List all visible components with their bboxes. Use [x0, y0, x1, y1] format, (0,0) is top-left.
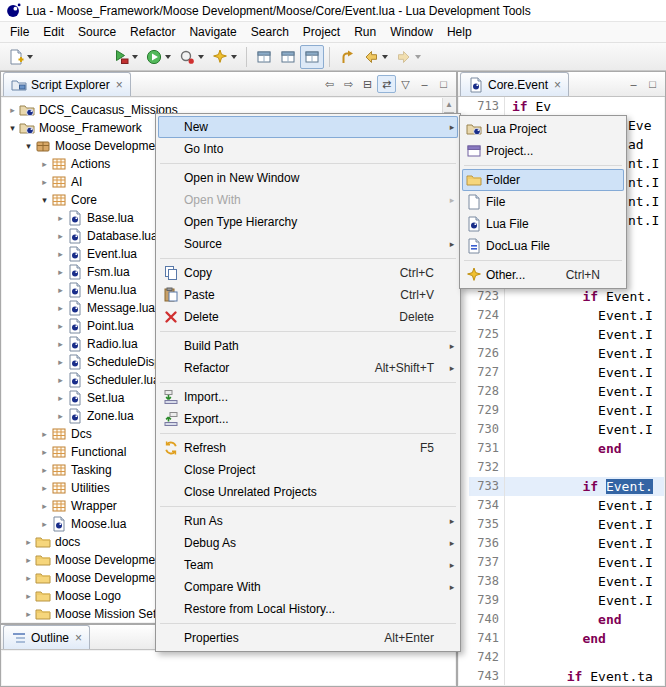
- menu-item-file[interactable]: File: [462, 191, 624, 213]
- menu-item-copy[interactable]: CopyCtrl+C: [158, 262, 458, 284]
- dropdown-caret-icon[interactable]: [27, 55, 33, 59]
- code-line[interactable]: 740 end: [459, 610, 664, 629]
- menu-navigate[interactable]: Navigate: [182, 22, 243, 42]
- menu-search[interactable]: Search: [244, 22, 296, 42]
- coverage-button[interactable]: [175, 45, 208, 69]
- menu-item-open-type-hierarchy[interactable]: Open Type Hierarchy: [158, 211, 458, 233]
- collapse-all-button[interactable]: ⊟: [358, 75, 377, 93]
- menu-item-delete[interactable]: DeleteDelete: [158, 306, 458, 328]
- table-view-button-2[interactable]: [276, 45, 300, 69]
- expand-arrow-icon[interactable]: ▸: [54, 411, 67, 421]
- code-line[interactable]: 736 Event.I: [459, 534, 664, 553]
- menu-item-restore-from-local-history[interactable]: Restore from Local History...: [158, 598, 458, 620]
- menu-item-compare-with[interactable]: Compare With▸: [158, 576, 458, 598]
- tab-outline[interactable]: Outline ×: [3, 625, 90, 649]
- menu-item-lua-file[interactable]: Lua File: [462, 213, 624, 235]
- collapse-arrow-icon[interactable]: ▾: [38, 195, 51, 205]
- maximize-editor-button[interactable]: □: [643, 75, 662, 93]
- code-line[interactable]: 735 Event.I: [459, 515, 664, 534]
- expand-arrow-icon[interactable]: ▸: [38, 501, 51, 511]
- expand-arrow-icon[interactable]: ▸: [54, 375, 67, 385]
- close-icon[interactable]: ×: [75, 632, 82, 644]
- code-line[interactable]: 742: [459, 648, 664, 667]
- menu-item-paste[interactable]: PasteCtrl+V: [158, 284, 458, 306]
- expand-arrow-icon[interactable]: ▸: [22, 591, 35, 601]
- code-line[interactable]: 731 end: [459, 439, 664, 458]
- run-button[interactable]: [142, 45, 175, 69]
- expand-arrow-icon[interactable]: ▸: [54, 303, 67, 313]
- menu-item-doclua-file[interactable]: DocLua File: [462, 235, 624, 257]
- minimize-editor-button[interactable]: –: [624, 75, 643, 93]
- menu-item-lua-project[interactable]: Lua Project: [462, 118, 624, 140]
- menu-item-source[interactable]: Source▸: [158, 233, 458, 255]
- menu-item-project[interactable]: Project...: [462, 140, 624, 162]
- menu-item-open-with[interactable]: Open With▸: [158, 189, 458, 211]
- dropdown-caret-icon[interactable]: [415, 55, 421, 59]
- dropdown-caret-icon[interactable]: [198, 55, 204, 59]
- expand-arrow-icon[interactable]: ▸: [38, 483, 51, 493]
- back-history-button[interactable]: [359, 45, 392, 69]
- menu-window[interactable]: Window: [383, 22, 440, 42]
- tab-core-event[interactable]: Core.Event ×: [460, 72, 569, 96]
- expand-arrow-icon[interactable]: ▸: [38, 159, 51, 169]
- dropdown-caret-icon[interactable]: [132, 55, 138, 59]
- dropdown-caret-icon[interactable]: [165, 55, 171, 59]
- menu-edit[interactable]: Edit: [36, 22, 71, 42]
- code-line[interactable]: 726 Event.I: [459, 344, 664, 363]
- expand-arrow-icon[interactable]: ▸: [38, 519, 51, 529]
- collapse-arrow-icon[interactable]: ▾: [22, 141, 35, 151]
- table-view-button-1[interactable]: [252, 45, 276, 69]
- code-line[interactable]: 739 Event.I: [459, 591, 664, 610]
- code-line[interactable]: 734 Event.I: [459, 496, 664, 515]
- minimize-view-button[interactable]: –: [415, 75, 434, 93]
- menu-help[interactable]: Help: [440, 22, 479, 42]
- code-line[interactable]: 723 if Event.: [459, 287, 664, 306]
- expand-arrow-icon[interactable]: ▸: [22, 609, 35, 619]
- menu-item-debug-as[interactable]: Debug As▸: [158, 532, 458, 554]
- expand-arrow-icon[interactable]: ▸: [54, 393, 67, 403]
- expand-arrow-icon[interactable]: ▸: [54, 231, 67, 241]
- close-icon[interactable]: ×: [554, 79, 561, 91]
- table-view-button-3[interactable]: [300, 45, 324, 69]
- code-line[interactable]: 730 Event.I: [459, 420, 664, 439]
- code-line[interactable]: 724 Event.I: [459, 306, 664, 325]
- close-icon[interactable]: ×: [116, 79, 123, 91]
- menu-item-team[interactable]: Team▸: [158, 554, 458, 576]
- menu-item-folder[interactable]: Folder: [462, 169, 624, 191]
- menu-project[interactable]: Project: [296, 22, 347, 42]
- expand-arrow-icon[interactable]: ▸: [54, 285, 67, 295]
- expand-arrow-icon[interactable]: ▸: [54, 213, 67, 223]
- code-line[interactable]: 732: [459, 458, 664, 477]
- code-line[interactable]: 737 Event.I: [459, 553, 664, 572]
- menu-item-open-in-new-window[interactable]: Open in New Window: [158, 167, 458, 189]
- collapse-arrow-icon[interactable]: ▾: [6, 123, 19, 133]
- new-wizard-button[interactable]: [208, 45, 241, 69]
- menu-item-other[interactable]: Other...Ctrl+N: [462, 264, 624, 286]
- menu-item-properties[interactable]: PropertiesAlt+Enter: [158, 627, 458, 649]
- scroll-up-icon[interactable]: ▲: [443, 98, 455, 111]
- menu-item-refresh[interactable]: RefreshF5: [158, 437, 458, 459]
- link-with-editor-button[interactable]: ⇄: [377, 75, 396, 93]
- code-line[interactable]: 741 end: [459, 629, 664, 648]
- maximize-view-button[interactable]: □: [434, 75, 453, 93]
- code-line[interactable]: 728 Event.I: [459, 382, 664, 401]
- code-line[interactable]: 729 Event.I: [459, 401, 664, 420]
- dropdown-caret-icon[interactable]: [231, 55, 237, 59]
- menu-file[interactable]: File: [3, 22, 36, 42]
- tab-script-explorer[interactable]: Script Explorer ×: [3, 72, 131, 96]
- last-edit-location-button[interactable]: [335, 45, 359, 69]
- menu-run[interactable]: Run: [347, 22, 383, 42]
- view-back-button[interactable]: ⇦: [320, 75, 339, 93]
- expand-arrow-icon[interactable]: ▸: [38, 465, 51, 475]
- expand-arrow-icon[interactable]: ▸: [22, 555, 35, 565]
- menu-refactor[interactable]: Refactor: [123, 22, 182, 42]
- menu-item-go-into[interactable]: Go Into: [158, 138, 458, 160]
- new-button[interactable]: [4, 45, 37, 69]
- view-forward-button[interactable]: ⇨: [339, 75, 358, 93]
- code-line[interactable]: 738 Event.I: [459, 572, 664, 591]
- expand-arrow-icon[interactable]: ▸: [54, 321, 67, 331]
- expand-arrow-icon[interactable]: ▸: [38, 177, 51, 187]
- menu-item-close-project[interactable]: Close Project: [158, 459, 458, 481]
- menu-item-export[interactable]: Export...: [158, 408, 458, 430]
- menu-item-new[interactable]: New▸: [158, 116, 458, 138]
